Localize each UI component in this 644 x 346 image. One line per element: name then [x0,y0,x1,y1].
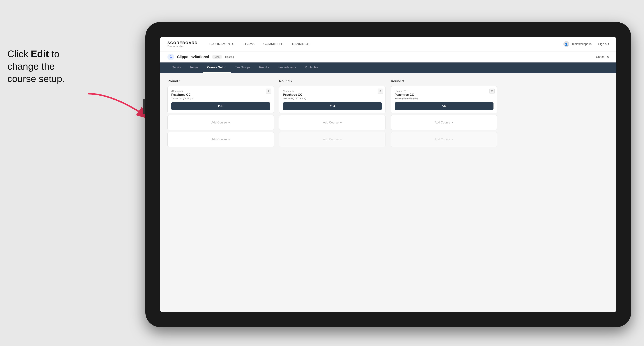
instruction-text: Click Edit tochange thecourse setup. [7,48,65,85]
round-1-course-card: 🗑 (Course A) Peachtree GC Yellow (M) (66… [168,86,274,113]
tab-leaderboards[interactable]: Leaderboards [274,62,300,73]
round-3-edit-button[interactable]: Edit [395,102,494,110]
round-1-course-details: Yellow (M) (6629 yds) [171,97,270,100]
round-2-course-card: 🗑 (Course A) Peachtree GC Yellow (M) (66… [279,86,386,113]
round-2-course-name: Peachtree GC [283,93,382,96]
tablet-screen: SCOREBOARD Powered by clippd TOURNAMENTS… [160,37,616,312]
round-2-add-course-1[interactable]: Add Course + [279,115,386,130]
round-1-add-course-1[interactable]: Add Course + [168,115,274,130]
logo-sub: Powered by clippd [168,45,198,47]
round-1-delete-button[interactable]: 🗑 [266,89,271,94]
round-3-add-course-1[interactable]: Add Course + [391,115,497,130]
tournament-name: Clippd Invitational [177,55,209,59]
round-3-delete-button[interactable]: 🗑 [490,89,494,94]
round-2-course-label: (Course A) [283,90,382,92]
gender-badge: (Men) [212,55,222,59]
sub-header-left: C Clippd Invitational (Men) Hosting [168,54,234,60]
round-2-title: Round 2 [279,79,386,83]
nav-link-rankings[interactable]: RANKINGS [292,41,309,47]
main-content: Round 1 🗑 (Course A) Peachtree GC Yellow… [160,73,616,312]
tab-course-setup[interactable]: Course Setup [203,62,231,73]
round-3-title: Round 3 [391,79,497,83]
round-3-course-label: (Course A) [395,90,494,92]
rounds-grid: Round 1 🗑 (Course A) Peachtree GC Yellow… [168,79,609,149]
sign-out-link[interactable]: Sign out [598,42,609,46]
round-1-add-course-2[interactable]: Add Course + [168,132,274,147]
nav-link-committee[interactable]: COMMITTEE [263,41,283,47]
tab-results[interactable]: Results [255,62,274,73]
round-3-course-name: Peachtree GC [395,93,494,96]
user-avatar: 👤 [564,41,569,47]
top-nav-links: TOURNAMENTS TEAMS COMMITTEE RANKINGS [209,41,563,47]
top-nav-right: 👤 blair@clippd.io | Sign out [564,41,609,47]
tab-printables[interactable]: Printables [300,62,322,73]
round-1-title: Round 1 [168,79,274,83]
round-2-add-course-2: Add Course + [279,132,386,147]
round-1-course-name: Peachtree GC [171,93,270,96]
round-2-delete-button[interactable]: 🗑 [378,89,383,94]
round-2-edit-button[interactable]: Edit [283,102,382,110]
nav-link-tournaments[interactable]: TOURNAMENTS [209,41,234,47]
sub-header: C Clippd Invitational (Men) Hosting Canc… [160,51,616,62]
round-1-column: Round 1 🗑 (Course A) Peachtree GC Yellow… [168,79,274,149]
tablet-side-button [143,99,145,114]
tab-tee-groups[interactable]: Tee Groups [231,62,255,73]
nav-link-teams[interactable]: TEAMS [243,41,254,47]
tab-details[interactable]: Details [168,62,185,73]
round-3-add-course-2: Add Course + [391,132,497,147]
cancel-button[interactable]: Cancel ✕ [596,55,609,59]
tabs-bar: Details Teams Course Setup Tee Groups Re… [160,62,616,73]
hosting-badge: Hosting [225,55,234,58]
round-3-course-details: Yellow (M) (6629 yds) [395,97,494,100]
round-2-column: Round 2 🗑 (Course A) Peachtree GC Yellow… [279,79,386,149]
user-email: blair@clippd.io [572,42,592,46]
round-1-course-label: (Course A) [171,90,270,92]
round-2-course-details: Yellow (M) (6629 yds) [283,97,382,100]
round-3-column: Round 3 🗑 (Course A) Peachtree GC Yellow… [391,79,497,149]
round-1-edit-button[interactable]: Edit [171,102,270,110]
top-nav: SCOREBOARD Powered by clippd TOURNAMENTS… [160,37,616,51]
tab-teams[interactable]: Teams [185,62,203,73]
scoreboard-logo: SCOREBOARD Powered by clippd [168,41,198,47]
logo-title: SCOREBOARD [168,41,198,45]
clippd-logo: C [168,54,174,60]
tablet-frame: SCOREBOARD Powered by clippd TOURNAMENTS… [145,22,631,327]
round-3-course-card: 🗑 (Course A) Peachtree GC Yellow (M) (66… [391,86,497,113]
